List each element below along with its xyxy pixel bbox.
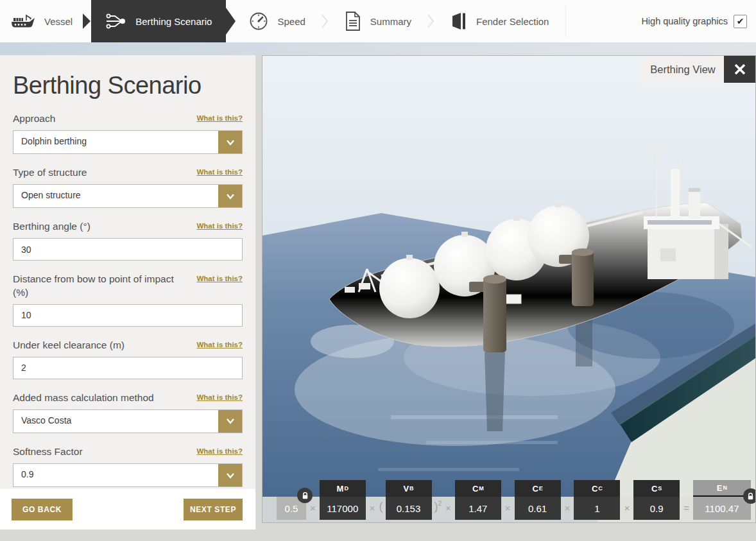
go-back-button[interactable]: GO BACK — [12, 499, 73, 520]
type-of-structure-select[interactable]: Open structure — [13, 184, 243, 208]
formula-coefficient-box: 0.5 — [277, 497, 306, 520]
tab-speed[interactable]: Speed — [238, 0, 315, 42]
formula-term-cm-value: 1.47 — [455, 497, 501, 520]
tab-separator-chevron-icon — [320, 12, 329, 30]
field-approach: Approach What is this? Dolphin berthing — [13, 112, 243, 154]
energy-formula: 0.5 × MD 117000 × ( VB 0.153 )2 × CM 1.4… — [277, 480, 752, 520]
header-accent-band — [0, 42, 756, 55]
added-mass-method-select-value: Vasco Costa — [13, 410, 218, 433]
formula-term-md-value: 117000 — [320, 497, 366, 520]
softness-factor-select-value: 0.9 — [13, 464, 218, 486]
tab-separator-chevron-icon — [426, 12, 435, 30]
field-approach-label: Approach — [13, 112, 55, 125]
next-step-button[interactable]: NEXT STEP — [184, 499, 243, 520]
high-quality-graphics-checkbox[interactable]: ✔ — [734, 15, 747, 28]
field-distance-from-bow-label: Distance from bow to point of impact (%) — [13, 273, 176, 298]
formula-term-cs-symbol: CS — [633, 480, 680, 497]
form-footer: GO BACK NEXT STEP — [0, 489, 255, 529]
tab-fender-selection[interactable]: Fender Selection — [440, 0, 559, 42]
formula-term-vb-value: 0.153 — [386, 497, 432, 520]
field-softness-factor-label: Softness Factor — [13, 445, 83, 458]
tab-berthing-scenario-label: Berthing Scenario — [135, 16, 212, 27]
added-mass-method-select[interactable]: Vasco Costa — [13, 409, 243, 433]
multiply-operator: × — [443, 502, 454, 520]
speedometer-icon — [248, 11, 269, 31]
tab-berthing-scenario[interactable]: Berthing Scenario — [91, 0, 226, 42]
approach-select-value: Dolphin berthing — [13, 131, 218, 153]
help-link[interactable]: What is this? — [196, 222, 243, 230]
chevron-down-icon[interactable] — [218, 410, 242, 433]
under-keel-clearance-input[interactable] — [13, 357, 243, 379]
berthing-view-label: Berthing View — [642, 56, 724, 83]
formula-term-cm-symbol: CM — [455, 480, 501, 497]
formula-term-cc-value: 1 — [574, 497, 620, 520]
help-link[interactable]: What is this? — [196, 341, 243, 348]
distance-from-bow-input[interactable] — [13, 304, 243, 327]
field-berthing-angle-label: Berthing angle (°) — [13, 220, 90, 233]
page-title: Berthing Scenario — [13, 72, 243, 99]
multiply-operator: × — [307, 502, 318, 520]
checkmark-icon: ✔ — [737, 17, 744, 26]
field-type-of-structure: Type of structure What is this? Open str… — [13, 166, 243, 208]
formula-term-ce-value: 0.61 — [515, 497, 561, 520]
field-added-mass-method: Added mass calculation method What is th… — [13, 391, 243, 433]
high-quality-graphics-toggle: High quality graphics ✔ — [641, 0, 747, 42]
close-viewport-button[interactable] — [724, 56, 755, 83]
field-softness-factor: Softness Factor What is this? 0.9 — [13, 445, 243, 487]
active-tab-arrow-icon — [226, 8, 236, 35]
formula-term-cs: CS 0.9 — [633, 480, 680, 520]
app-root: { "nav": { "tabs": [ {"label": "Vessel",… — [0, 0, 756, 541]
tab-vessel-label: Vessel — [44, 16, 73, 27]
berthing-angle-input[interactable] — [13, 238, 243, 261]
softness-factor-select[interactable]: 0.9 — [13, 463, 243, 487]
help-link[interactable]: What is this? — [196, 393, 243, 401]
approach-select[interactable]: Dolphin berthing — [13, 130, 243, 154]
formula-result-en-symbol: EN — [693, 480, 751, 497]
field-added-mass-method-label: Added mass calculation method — [13, 391, 154, 404]
berthing-3d-viewport[interactable]: Berthing View 0.5 × MD 117000 × ( VB 0.1… — [262, 55, 756, 523]
lock-icon[interactable] — [743, 488, 756, 504]
multiply-operator: × — [503, 502, 513, 520]
open-paren: ( — [378, 500, 384, 520]
formula-term-md: MD 117000 — [320, 480, 366, 520]
formula-result-en-value: 1100.47 — [693, 497, 751, 520]
formula-coefficient-value: 0.5 — [285, 503, 298, 514]
summary-document-icon — [344, 11, 362, 31]
berthing-scenario-form-panel: Berthing Scenario Approach What is this?… — [0, 55, 255, 529]
help-link[interactable]: What is this? — [196, 447, 243, 455]
formula-term-ce-symbol: CE — [515, 480, 561, 497]
field-distance-from-bow: Distance from bow to point of impact (%)… — [13, 273, 243, 326]
formula-term-md-symbol: MD — [320, 480, 366, 497]
tab-vessel[interactable]: Vessel — [0, 0, 83, 42]
chevron-right-icon — [83, 13, 90, 29]
formula-term-vb-symbol: VB — [386, 480, 432, 497]
high-quality-graphics-label: High quality graphics — [641, 16, 728, 26]
multiply-operator: × — [562, 502, 573, 520]
type-of-structure-select-value: Open structure — [13, 185, 218, 207]
chevron-down-icon[interactable] — [218, 464, 242, 486]
multiply-operator: × — [367, 502, 378, 520]
close-icon — [733, 62, 747, 76]
multiply-operator: × — [621, 502, 632, 520]
chevron-down-icon[interactable] — [218, 131, 242, 153]
fender-icon — [450, 12, 468, 31]
help-link[interactable]: What is this? — [196, 168, 243, 176]
close-paren-squared: )2 — [433, 500, 443, 520]
field-type-of-structure-label: Type of structure — [13, 166, 87, 179]
berthing-scenario-icon — [105, 13, 127, 30]
chevron-down-icon[interactable] — [218, 185, 242, 207]
nav-divider — [565, 6, 566, 37]
ship-icon — [10, 12, 36, 30]
tab-summary-label: Summary — [370, 16, 411, 27]
tab-speed-label: Speed — [277, 16, 305, 27]
help-link[interactable]: What is this? — [196, 275, 243, 282]
formula-term-cc-symbol: CC — [574, 480, 620, 497]
formula-term-cs-value: 0.9 — [633, 497, 680, 520]
field-under-keel-clearance: Under keel clearance (m) What is this? — [13, 339, 243, 379]
help-link[interactable]: What is this? — [196, 114, 243, 122]
tab-summary[interactable]: Summary — [334, 0, 422, 42]
lock-icon[interactable] — [297, 488, 313, 503]
3d-scene-render[interactable] — [262, 56, 755, 522]
formula-term-ce: CE 0.61 — [515, 480, 561, 520]
field-berthing-angle: Berthing angle (°) What is this? — [13, 220, 243, 261]
